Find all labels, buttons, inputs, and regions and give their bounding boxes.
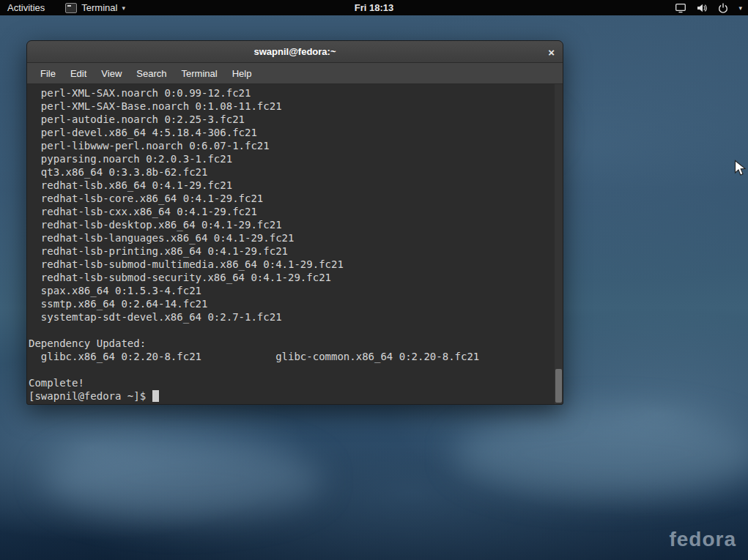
menu-help[interactable]: Help xyxy=(225,65,259,82)
app-menu-label: Terminal xyxy=(81,2,117,13)
app-menu-button[interactable]: Terminal ▾ xyxy=(61,0,130,15)
activities-button[interactable]: Activities xyxy=(0,0,52,15)
window-title: swapnil@fedora:~ xyxy=(253,46,336,57)
menu-terminal[interactable]: Terminal xyxy=(174,65,225,82)
terminal-prompt-glyph xyxy=(67,5,71,7)
chevron-down-icon: ▾ xyxy=(122,4,125,12)
menu-file[interactable]: File xyxy=(33,65,63,82)
terminal-window: swapnil@fedora:~ × File Edit View Search… xyxy=(26,40,563,405)
terminal-viewport[interactable]: perl-XML-SAX.noarch 0:0.99-12.fc21 perl-… xyxy=(27,84,563,404)
clock[interactable]: Fri 18:13 xyxy=(355,2,393,13)
menu-view[interactable]: View xyxy=(94,65,129,82)
shell-prompt: [swapnil@fedora ~]$ xyxy=(29,389,152,403)
gnome-top-bar: Activities Terminal ▾ Fri 18:13 ▾ xyxy=(0,0,748,15)
text-cursor-block xyxy=(152,390,159,402)
prompt-line: [swapnil@fedora ~]$ xyxy=(27,389,563,403)
screen-icon[interactable] xyxy=(675,2,686,14)
scrollbar-thumb[interactable] xyxy=(555,369,562,403)
scrollbar[interactable] xyxy=(555,84,563,404)
menu-edit[interactable]: Edit xyxy=(63,65,94,82)
fedora-wordmark: fedora xyxy=(669,528,736,551)
close-icon[interactable]: × xyxy=(548,46,555,57)
mouse-cursor xyxy=(734,160,747,180)
system-status-area[interactable]: ▾ xyxy=(675,0,748,15)
menu-search[interactable]: Search xyxy=(129,65,174,82)
terminal-output: perl-XML-SAX.noarch 0:0.99-12.fc21 perl-… xyxy=(27,84,563,389)
window-titlebar[interactable]: swapnil@fedora:~ × xyxy=(27,41,563,63)
terminal-app-icon xyxy=(65,3,77,13)
cloud-shape xyxy=(454,410,748,498)
power-icon[interactable] xyxy=(717,2,729,14)
cloud-shape xyxy=(44,439,322,520)
chevron-down-icon[interactable]: ▾ xyxy=(738,4,742,12)
menu-bar: File Edit View Search Terminal Help xyxy=(27,63,563,84)
volume-icon[interactable] xyxy=(696,2,708,14)
